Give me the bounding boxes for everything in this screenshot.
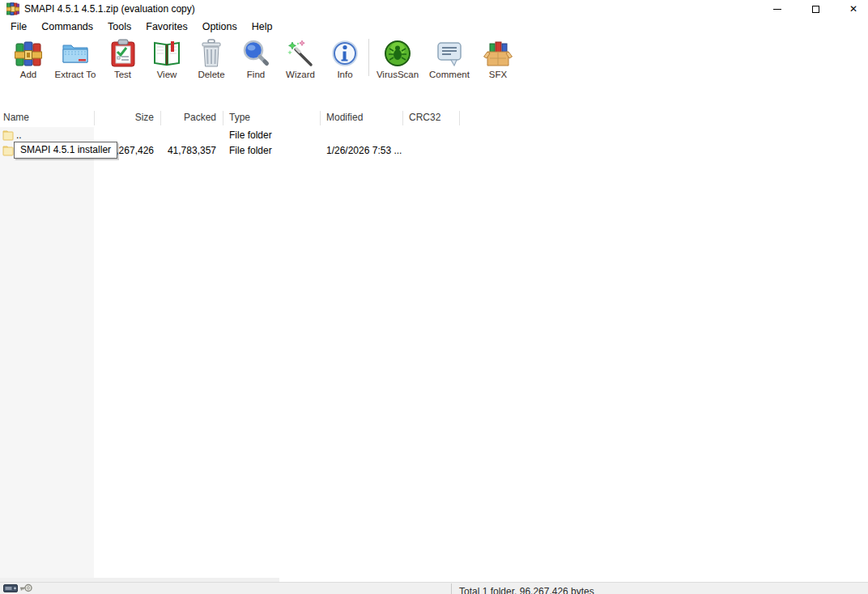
add-label: Add: [20, 70, 36, 79]
column-header-type[interactable]: Type: [229, 108, 250, 127]
close-button[interactable]: ✕: [835, 0, 868, 18]
extract-to-button[interactable]: Extract To: [50, 36, 100, 84]
column-divider[interactable]: [223, 111, 223, 125]
menu-file[interactable]: File: [3, 18, 34, 36]
view-label: View: [157, 70, 177, 79]
test-clipboard-icon: [109, 39, 137, 68]
virusscan-label: VirusScan: [377, 70, 419, 79]
table-row-parent-dir[interactable]: .. File folder: [0, 128, 868, 143]
extract-to-label: Extract To: [55, 70, 96, 79]
cell-packed: 41,783,357: [160, 143, 216, 159]
info-circle-icon: [330, 39, 360, 68]
delete-label: Delete: [198, 70, 224, 79]
winrar-window: SMAPI 4.5.1 4.5.1.zip (evaluation copy) …: [0, 0, 868, 594]
menu-commands[interactable]: Commands: [34, 18, 100, 36]
sfx-button[interactable]: SFX: [474, 36, 521, 84]
comment-button[interactable]: Comment: [424, 36, 474, 84]
column-divider[interactable]: [320, 111, 321, 125]
folder-icon: [2, 129, 14, 141]
column-header-name[interactable]: Name: [3, 108, 29, 127]
statusbar-total: Total 1 folder, 96,267,426 bytes: [459, 586, 594, 594]
file-list: .. File folder SMAPI 4.5.1 installer 96,…: [0, 127, 868, 582]
maximize-icon: [812, 6, 819, 13]
column-divider[interactable]: [160, 111, 161, 125]
sfx-box-icon: [483, 39, 513, 68]
test-button[interactable]: Test: [100, 36, 145, 84]
menu-favorites[interactable]: Favorites: [138, 18, 194, 36]
extract-folder-icon: [61, 39, 90, 68]
delete-button[interactable]: Delete: [189, 36, 234, 84]
filename-tooltip: SMAPI 4.5.1 installer: [14, 142, 117, 159]
drive-icon[interactable]: [3, 584, 18, 592]
info-label: Info: [337, 70, 352, 79]
folder-icon: [2, 145, 14, 156]
cell-modified: 1/26/2026 7:53 ...: [326, 143, 402, 159]
column-header-modified[interactable]: Modified: [326, 108, 363, 127]
wizard-button[interactable]: Wizard: [278, 36, 323, 84]
wizard-wand-icon: [286, 39, 315, 68]
comment-bubble-icon: [435, 39, 464, 68]
key-icon[interactable]: [19, 583, 32, 593]
statusbar-divider: [451, 583, 452, 594]
menu-tools[interactable]: Tools: [100, 18, 138, 36]
column-header-packed[interactable]: Packed: [160, 108, 216, 127]
info-button[interactable]: Info: [323, 36, 367, 84]
toolbar-separator: [368, 39, 369, 76]
wizard-label: Wizard: [286, 70, 315, 79]
test-label: Test: [114, 70, 131, 79]
find-label: Find: [247, 70, 265, 79]
virusscan-bug-icon: [383, 39, 412, 68]
file-list-header: Name Size Packed Type Modified CRC32: [0, 108, 868, 127]
cell-type: File folder: [229, 128, 272, 143]
column-header-crc32[interactable]: CRC32: [409, 108, 440, 127]
winrar-app-icon: [6, 2, 19, 15]
virusscan-button[interactable]: VirusScan: [371, 36, 424, 84]
minimize-button[interactable]: [759, 0, 796, 18]
maximize-button[interactable]: [797, 0, 834, 18]
column-divider[interactable]: [459, 111, 460, 125]
sorted-column-band: [0, 127, 94, 582]
add-button[interactable]: Add: [6, 36, 50, 84]
winrar-books-icon: [15, 40, 42, 67]
view-book-icon: [152, 39, 181, 68]
window-title: SMAPI 4.5.1 4.5.1.zip (evaluation copy): [24, 0, 195, 18]
find-magnifier-icon: [241, 39, 270, 68]
cell-type: File folder: [229, 143, 272, 159]
status-bar: [0, 582, 868, 594]
find-button[interactable]: Find: [234, 36, 278, 84]
table-row-installer[interactable]: SMAPI 4.5.1 installer 96,267,426 41,783,…: [0, 143, 868, 159]
view-button[interactable]: View: [145, 36, 189, 84]
delete-trash-icon: [198, 39, 225, 68]
toolbar: Add Extract To Test: [0, 36, 868, 84]
column-divider[interactable]: [402, 111, 403, 125]
address-bar-row: SMAPI 4.5.1 4.5.1.zip - ZIP archive, unp…: [0, 84, 868, 108]
minimize-icon: [773, 9, 781, 10]
comment-label: Comment: [429, 70, 470, 79]
column-divider[interactable]: [94, 111, 95, 125]
menu-bar: File Commands Tools Favorites Options He…: [0, 18, 868, 36]
title-bar: SMAPI 4.5.1 4.5.1.zip (evaluation copy) …: [0, 0, 868, 18]
close-icon: ✕: [849, 4, 857, 14]
sfx-label: SFX: [489, 70, 507, 79]
menu-options[interactable]: Options: [195, 18, 245, 36]
menu-help[interactable]: Help: [245, 18, 280, 36]
column-header-size[interactable]: Size: [94, 108, 154, 127]
